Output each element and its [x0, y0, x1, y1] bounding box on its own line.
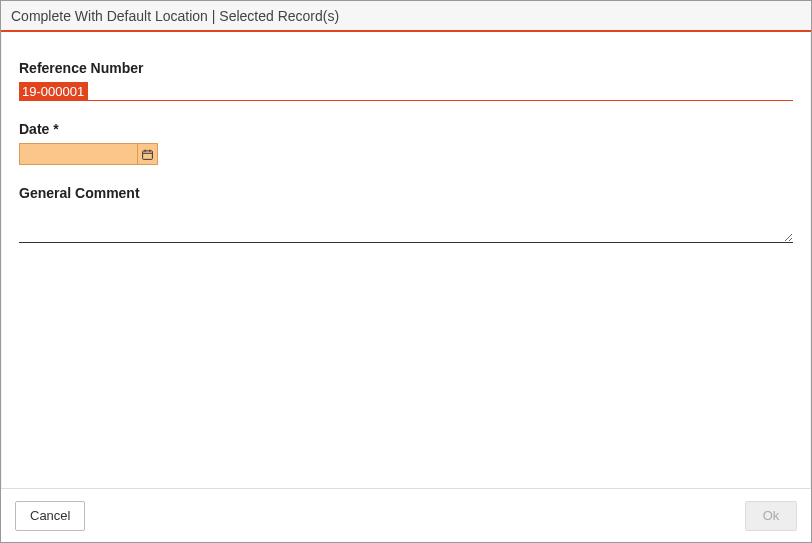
- calendar-icon: [141, 148, 154, 161]
- dialog-title: Complete With Default Location | Selecte…: [11, 8, 339, 24]
- dialog-body: Reference Number 19-000001 Date *: [1, 32, 811, 488]
- reference-label: Reference Number: [19, 60, 793, 76]
- field-reference: Reference Number 19-000001: [19, 60, 793, 101]
- dialog-header: Complete With Default Location | Selecte…: [1, 1, 811, 32]
- field-comment: General Comment: [19, 185, 793, 246]
- reference-value[interactable]: 19-000001: [19, 82, 88, 100]
- comment-textarea[interactable]: [19, 207, 793, 243]
- dialog-footer: Cancel Ok: [1, 488, 811, 542]
- cancel-button[interactable]: Cancel: [15, 501, 85, 531]
- ok-button[interactable]: Ok: [745, 501, 797, 531]
- comment-label: General Comment: [19, 185, 793, 201]
- svg-rect-0: [143, 150, 153, 159]
- dialog-window: Complete With Default Location | Selecte…: [0, 0, 812, 543]
- date-input-row: [19, 143, 793, 165]
- date-label: Date *: [19, 121, 793, 137]
- reference-input-row[interactable]: 19-000001: [19, 82, 793, 101]
- date-input[interactable]: [19, 143, 138, 165]
- field-date: Date *: [19, 121, 793, 165]
- date-picker-button[interactable]: [138, 143, 158, 165]
